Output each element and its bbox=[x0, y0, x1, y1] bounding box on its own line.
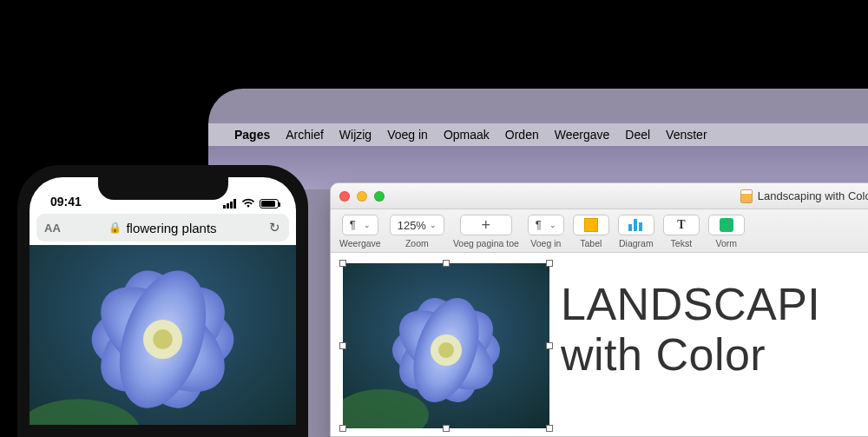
menu-voeg-in[interactable]: Voeg in bbox=[387, 128, 428, 142]
mac-menubar: Pages Archief Wijzig Voeg in Opmaak Orde… bbox=[208, 123, 868, 146]
reader-aa-button[interactable]: AA bbox=[44, 222, 61, 235]
iphone-notch bbox=[98, 177, 228, 200]
menu-orden[interactable]: Orden bbox=[505, 128, 539, 142]
battery-icon bbox=[260, 199, 279, 209]
toolbar-chart-label: Diagram bbox=[619, 238, 654, 248]
menu-opmaak[interactable]: Opmaak bbox=[444, 128, 490, 142]
minimize-button[interactable] bbox=[357, 191, 367, 202]
chevron-down-icon: ⌄ bbox=[549, 221, 556, 229]
toolbar-text[interactable]: T Tekst bbox=[663, 215, 700, 248]
close-button[interactable] bbox=[339, 191, 350, 202]
document-icon bbox=[740, 189, 753, 203]
toolbar-zoom-label: Zoom bbox=[405, 238, 429, 248]
plus-icon: + bbox=[482, 217, 491, 233]
wifi-icon bbox=[241, 198, 255, 209]
paragraph-icon bbox=[536, 219, 546, 231]
toolbar-insert-label: Voeg in bbox=[530, 238, 561, 248]
iphone-device: 09:41 AA 🔒 flowering plants ↻ bbox=[17, 165, 308, 437]
selection-handle[interactable] bbox=[443, 425, 450, 432]
toolbar-chart[interactable]: Diagram bbox=[618, 215, 654, 248]
selection-handle[interactable] bbox=[339, 260, 346, 267]
zoom-value: 125% bbox=[398, 219, 426, 232]
text-icon: T bbox=[677, 218, 685, 232]
chart-icon bbox=[628, 219, 644, 231]
toolbar-shape[interactable]: Vorm bbox=[708, 215, 745, 248]
toolbar-add-page[interactable]: + Voeg pagina toe bbox=[453, 215, 519, 248]
toolbar-text-label: Tekst bbox=[671, 238, 693, 248]
document-heading[interactable]: LANDSCAPI with Color bbox=[561, 279, 820, 380]
selection-handle[interactable] bbox=[339, 425, 346, 432]
toolbar-shape-label: Vorm bbox=[716, 238, 738, 248]
toolbar-add-page-label: Voeg pagina toe bbox=[453, 238, 519, 248]
cellular-icon bbox=[223, 199, 237, 209]
table-icon bbox=[584, 218, 598, 232]
toolbar-view[interactable]: ⌄ Weergave bbox=[339, 215, 381, 248]
chevron-down-icon: ⌄ bbox=[430, 221, 437, 229]
toolbar-table[interactable]: Tabel bbox=[573, 215, 609, 248]
status-time: 09:41 bbox=[50, 195, 82, 209]
pages-window: Landscaping with Color ⌄ ⌄ Weergave 125%… bbox=[330, 182, 868, 437]
selection-handle[interactable] bbox=[339, 342, 346, 349]
flower-image bbox=[343, 263, 549, 428]
pages-toolbar: ⌄ Weergave 125%⌄ Zoom + Voeg pagina toe … bbox=[331, 209, 868, 253]
document-title-text: Landscaping with Color bbox=[758, 189, 868, 202]
window-titlebar: Landscaping with Color ⌄ bbox=[331, 183, 868, 209]
document-canvas[interactable]: LANDSCAPI with Color bbox=[331, 253, 868, 436]
toolbar-zoom[interactable]: 125%⌄ Zoom bbox=[390, 215, 444, 248]
document-title[interactable]: Landscaping with Color ⌄ bbox=[740, 189, 868, 203]
shape-icon bbox=[720, 218, 733, 232]
menu-deel[interactable]: Deel bbox=[625, 128, 650, 142]
menu-archief[interactable]: Archief bbox=[286, 128, 324, 142]
selection-handle[interactable] bbox=[443, 260, 450, 267]
selection-handle[interactable] bbox=[546, 425, 553, 432]
heading-line-1: LANDSCAPI bbox=[561, 279, 820, 329]
toolbar-insert[interactable]: ⌄ Voeg in bbox=[528, 215, 564, 248]
safari-url-bar[interactable]: AA 🔒 flowering plants ↻ bbox=[36, 214, 289, 242]
menubar-app-name[interactable]: Pages bbox=[234, 128, 270, 142]
svg-point-16 bbox=[153, 329, 173, 349]
menu-weergave[interactable]: Weergave bbox=[555, 128, 610, 142]
toolbar-table-label: Tabel bbox=[580, 238, 602, 248]
toolbar-view-label: Weergave bbox=[339, 238, 381, 248]
iphone-screen: 09:41 AA 🔒 flowering plants ↻ bbox=[30, 177, 296, 425]
screenshot-stage: Pages Archief Wijzig Voeg in Opmaak Orde… bbox=[0, 0, 868, 437]
chevron-down-icon: ⌄ bbox=[364, 221, 371, 229]
flower-image bbox=[30, 245, 296, 425]
safari-toolbar: AA 🔒 flowering plants ↻ bbox=[36, 212, 289, 243]
safari-page-content[interactable] bbox=[30, 245, 296, 425]
menu-venster[interactable]: Venster bbox=[666, 128, 707, 142]
heading-line-2: with Color bbox=[561, 329, 820, 380]
menu-wijzig[interactable]: Wijzig bbox=[339, 128, 372, 142]
paragraph-icon bbox=[350, 219, 360, 231]
lock-icon: 🔒 bbox=[108, 222, 122, 234]
selection-handle[interactable] bbox=[546, 260, 553, 267]
reload-icon[interactable]: ↻ bbox=[269, 220, 280, 235]
selection-handle[interactable] bbox=[546, 342, 553, 349]
selected-image[interactable] bbox=[343, 263, 549, 428]
zoom-button[interactable] bbox=[374, 191, 385, 202]
svg-point-7 bbox=[438, 342, 454, 358]
traffic-lights bbox=[339, 191, 385, 202]
url-text: flowering plants bbox=[126, 221, 216, 235]
